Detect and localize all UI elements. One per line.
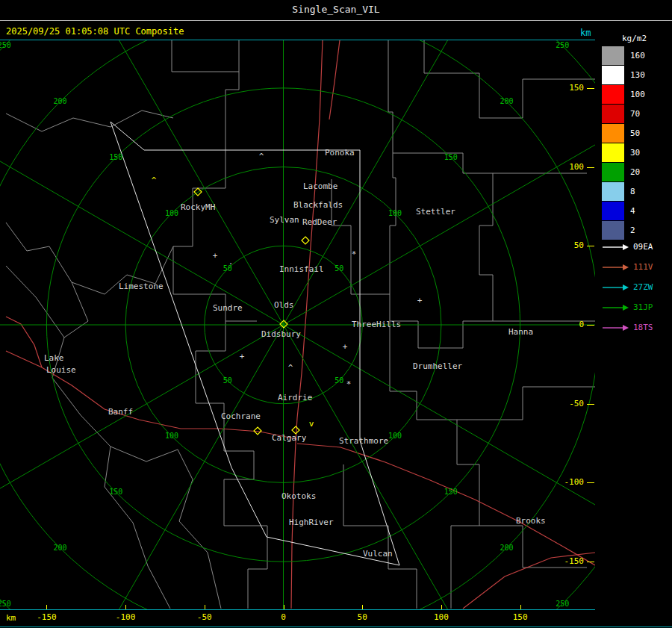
storm-track-09EA: 09EA [602, 243, 672, 253]
legend-color-swatch [602, 85, 624, 104]
storm-marker-glyph: + [213, 251, 218, 261]
city-label: Vulcan [363, 550, 393, 559]
legend-color-swatch [602, 182, 624, 201]
city-label: Lake [44, 354, 64, 363]
ring-distance-label: 200 [500, 544, 513, 552]
radar-app-window: { "window": { "title": "Single_Scan_VIL"… [0, 0, 672, 628]
ring-distance-label: 200 [54, 97, 67, 105]
legend-entry: 30 [602, 143, 672, 163]
ring-distance-label: 50 [335, 264, 343, 273]
radar-map-canvas: 5050505010010010010015015015015020020020… [0, 0, 672, 628]
track-id-label: 09EA [633, 243, 653, 252]
radial-line [0, 0, 620, 628]
county-boundary-line [111, 447, 221, 609]
storm-marker-glyph: ^ [259, 152, 264, 161]
y-tick-label: -50 [557, 400, 584, 408]
ring-distance-label: 50 [223, 376, 232, 385]
ring-distance-label: 200 [500, 97, 513, 105]
storm-track-27ZW: 27ZW [602, 283, 672, 293]
legend-value-label: 100 [630, 90, 645, 99]
storm-marker-glyph: v [309, 419, 314, 429]
county-boundary-line [332, 179, 390, 294]
x-tick-label: 50 [349, 613, 376, 622]
ring-distance-label: 250 [0, 41, 11, 49]
y-tick-mark [587, 246, 594, 246]
legend-entry: 8 [602, 182, 672, 202]
ring-distance-label: 100 [165, 432, 178, 440]
legend-value-label: 2 [630, 226, 635, 235]
city-label: Banff [108, 408, 133, 417]
legend-value-label: 20 [630, 167, 640, 177]
x-axis-unit-label: km [6, 613, 16, 623]
city-label: HighRiver [289, 518, 334, 527]
x-tick-label: -50 [191, 613, 218, 622]
storm-track-31JP: 31JP [602, 303, 672, 314]
city-label: Innisfail [279, 265, 324, 274]
ring-distance-label: 100 [388, 209, 402, 217]
legend-entry: 20 [602, 163, 672, 182]
city-label: Olds [274, 301, 294, 310]
ring-distance-label: 150 [444, 488, 458, 496]
y-tick-label: 50 [557, 241, 584, 250]
legend-color-swatch [602, 124, 624, 143]
storm-marker-glyph: ^ [152, 175, 157, 185]
county-boundary-line [173, 153, 257, 321]
storm-marker-glyph: ^ [288, 363, 293, 373]
city-label: Okotoks [281, 492, 316, 501]
ring-distance-label: 250 [556, 600, 569, 608]
y-tick-mark [587, 88, 594, 89]
legend-value-label: 4 [630, 206, 635, 216]
ring-distance-label: 150 [109, 488, 122, 496]
legend-color-swatch [602, 202, 624, 220]
legend-entry: 2 [602, 221, 672, 240]
track-arrow-icon [602, 263, 630, 272]
city-label: Airdrie [278, 394, 312, 402]
city-label: Limestone [119, 282, 164, 291]
track-arrow-icon [602, 243, 630, 252]
legend-unit-label: kg/m2 [622, 34, 647, 43]
legend-color-swatch [602, 221, 624, 240]
y-tick-label: -100 [557, 478, 584, 487]
storm-marker-glyph: . [228, 257, 234, 267]
city-label: ThreeHills [352, 320, 401, 329]
legend-color-swatch [602, 143, 624, 162]
legend-entry: 50 [602, 124, 672, 143]
x-tick-label: 100 [428, 613, 455, 622]
plot-top-border [0, 40, 595, 40]
y-tick-mark [587, 325, 594, 326]
ring-distance-label: 250 [556, 41, 569, 49]
city-label: RockyMH [181, 203, 215, 212]
ring-distance-label: 100 [388, 432, 402, 440]
track-arrow-icon [602, 303, 630, 312]
ring-distance-label: 100 [165, 209, 178, 217]
ring-distance-label: 200 [54, 544, 67, 552]
legend-value-label: 160 [630, 51, 645, 60]
storm-cell-markers: ^^+.*+++*^v [152, 152, 423, 429]
track-arrow-icon [602, 323, 630, 332]
county-boundary-line [424, 40, 595, 118]
storm-track-111V: 111V [602, 263, 672, 273]
legend-value-label: 70 [630, 109, 640, 119]
radar-scan-outline [111, 122, 399, 565]
page-bottom-border [0, 627, 672, 627]
city-label: Strathmore [339, 437, 388, 446]
legend-color-swatch [602, 105, 624, 123]
radar-site-diamond-icon [302, 237, 309, 244]
storm-marker-glyph: * [346, 379, 352, 389]
x-tick-label: -150 [33, 613, 60, 622]
legend-entry: 70 [602, 105, 672, 124]
track-id-label: 111V [633, 263, 653, 272]
city-label: Blackfalds [293, 201, 343, 210]
legend-value-label: 8 [630, 187, 635, 196]
city-label: Brooks [516, 517, 546, 526]
x-tick-label: 0 [270, 613, 297, 622]
county-boundary-line [172, 40, 239, 153]
city-label: Sundre [213, 304, 243, 313]
y-tick-mark [587, 404, 594, 405]
highway-line [297, 444, 595, 565]
legend-entry: 160 [602, 46, 672, 66]
y-tick-label: 100 [557, 163, 584, 172]
y-tick-mark [587, 562, 594, 562]
legend-value-label: 130 [630, 70, 645, 80]
legend-entry: 130 [602, 66, 672, 85]
